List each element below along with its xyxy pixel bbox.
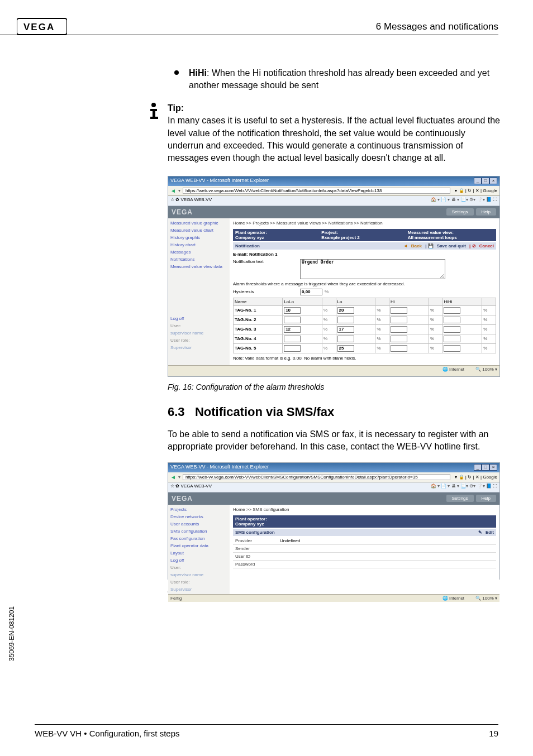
status-zoom: 🔍 100% ▾ (475, 367, 497, 372)
table-row: TAG-No. 2 % % % % (234, 315, 496, 324)
help-button[interactable]: Help (476, 208, 496, 216)
sidebar-item[interactable]: Notifications (168, 256, 230, 263)
browser-tab[interactable]: ☆ ✿ VEGA WEB-VV (170, 197, 212, 202)
hihi-input[interactable] (444, 317, 460, 323)
mvv-value: All measurement loops (408, 235, 457, 240)
header-rule (0, 35, 498, 35)
nav-back-icon[interactable]: ◄ (170, 188, 176, 194)
sidebar-item[interactable]: Fax configuration (168, 535, 230, 542)
lolo-input[interactable] (284, 326, 301, 333)
header-section-title: 6 Messages and notifications (376, 21, 498, 32)
hi-input[interactable] (391, 307, 407, 314)
address-bar[interactable]: https://web-vv.vega.com/Web-VV/webClient… (183, 188, 451, 194)
sidebar-item[interactable]: Measured value view data (168, 263, 230, 270)
cancel-button[interactable]: | ⊘ Cancel (469, 243, 494, 248)
hihi-input[interactable] (444, 307, 460, 314)
footer-rule (35, 724, 498, 725)
lolo-input[interactable] (284, 317, 301, 323)
sidebar-item[interactable]: Plant operator data (168, 542, 230, 549)
col-hihi: HiHi (442, 298, 482, 305)
role-value: Supervisor (168, 344, 230, 351)
screenshot-sms-config: VEGA WEB-VV - Microsoft Internet Explore… (168, 462, 500, 580)
status-internet: 🌐 Internet (442, 367, 464, 372)
hi-input[interactable] (391, 317, 407, 323)
help-button[interactable]: Help (476, 495, 496, 502)
tip-block: Tip: In many cases it is useful to set a… (168, 102, 500, 165)
hihi-input[interactable] (444, 336, 460, 342)
plant-op-value: Company xyz (235, 235, 264, 240)
lolo-input[interactable] (284, 345, 301, 352)
app-logo: VEGA (172, 495, 193, 503)
lo-input[interactable] (337, 317, 354, 323)
hysteresis-input[interactable] (300, 289, 322, 295)
sidebar-item[interactable]: History chart (168, 241, 230, 248)
browser-tab[interactable]: ☆ ✿ VEGA WEB-VV (170, 484, 212, 489)
breadcrumb: Home >> SMS configuration (233, 507, 496, 512)
email-notif-label: E-mail: Notification 1 (233, 252, 278, 257)
sidebar-item[interactable]: User accounts (168, 520, 230, 528)
plant-op-label: Plant operator: (235, 516, 267, 521)
logoff-link[interactable]: Log off (168, 315, 230, 322)
svg-rect-4 (153, 109, 155, 117)
table-row: TAG-No. 4 % % % % (234, 334, 496, 343)
sidebar-item[interactable]: Log off (168, 557, 230, 564)
plant-op-label: Plant operator: (235, 230, 267, 235)
window-buttons[interactable]: _□× (474, 178, 497, 185)
edit-button[interactable]: ✎ Edit (478, 530, 494, 535)
app-logo: VEGA (172, 208, 193, 216)
lo-input[interactable] (337, 336, 354, 342)
lo-input[interactable] (337, 326, 354, 333)
sidebar-item[interactable]: Measured value graphic (168, 219, 230, 227)
tip-body: In many cases it is useful to set a hyst… (168, 116, 500, 162)
format-note: Note: Valid data format is e.g. 0.00. No… (233, 356, 496, 361)
save-button[interactable]: | 💾 Save and quit (425, 243, 466, 248)
nav-back-icon[interactable]: ◄ (170, 474, 176, 480)
col-hi: Hi (389, 298, 429, 305)
hihi-input[interactable] (444, 345, 460, 352)
sidebar-item[interactable]: Messages (168, 248, 230, 256)
sidebar-item[interactable]: Device networks (168, 513, 230, 520)
status-zoom: 🔍 100% ▾ (475, 596, 497, 601)
lolo-input[interactable] (284, 307, 301, 314)
settings-button[interactable]: Settings (446, 495, 474, 502)
section-heading-63: 6.3 Notification via SMS/fax (168, 405, 500, 419)
hi-input[interactable] (391, 326, 407, 333)
info-icon (146, 102, 161, 165)
section-paragraph: To be able to send a notification via SM… (168, 428, 500, 453)
hi-input[interactable] (391, 345, 407, 352)
sidebar-item[interactable]: Projects (168, 506, 230, 513)
settings-button[interactable]: Settings (446, 208, 474, 216)
sidebar-item[interactable]: History graphic (168, 234, 230, 241)
panel-title: Notification (235, 243, 260, 248)
user-label: User: (168, 564, 230, 571)
back-button[interactable]: ◄ Back (403, 243, 422, 248)
hysteresis-unit: % (325, 289, 329, 294)
password-label: Password (235, 562, 280, 567)
notification-text-input[interactable]: Urgend Order (300, 259, 445, 279)
sidebar-item[interactable]: Layout (168, 549, 230, 557)
window-buttons[interactable]: _□× (474, 464, 497, 471)
lo-input[interactable] (337, 307, 354, 314)
sidebar-item[interactable]: Measured value chart (168, 227, 230, 234)
role-label: User role: (168, 578, 230, 586)
notification-text-label: Notification text (233, 259, 300, 279)
hihi-input[interactable] (444, 326, 460, 333)
window-title: VEGA WEB-VV - Microsoft Internet Explore… (170, 178, 269, 185)
status-internet: 🌐 Internet (442, 596, 464, 601)
provider-value: Undefined (280, 538, 300, 543)
col-lolo: LoLo (283, 298, 322, 305)
hi-input[interactable] (391, 336, 407, 342)
bullet-icon (174, 70, 179, 75)
sidebar-item[interactable]: SMS configuration (168, 528, 230, 535)
hysteresis-label: Hysteresis (233, 289, 300, 294)
table-row: TAG-No. 5 % % % % (234, 343, 496, 353)
address-bar[interactable]: https://web-vv.vega.com/Web-VV/webClient… (183, 474, 451, 480)
figure-caption-16: Fig. 16: Configuration of the alarm thre… (168, 382, 500, 391)
threshold-table: Name LoLo Lo Hi HiHi TAG-No. 1 % % % % (233, 298, 496, 353)
lolo-input[interactable] (284, 336, 301, 342)
footer-title: WEB-VV VH • Configuration, first steps (35, 729, 180, 738)
user-value: supervisor name (168, 329, 230, 337)
lo-input[interactable] (337, 345, 354, 352)
col-name: Name (234, 298, 283, 305)
bullet-item: HiHi: When the Hi notification threshold… (168, 67, 500, 92)
